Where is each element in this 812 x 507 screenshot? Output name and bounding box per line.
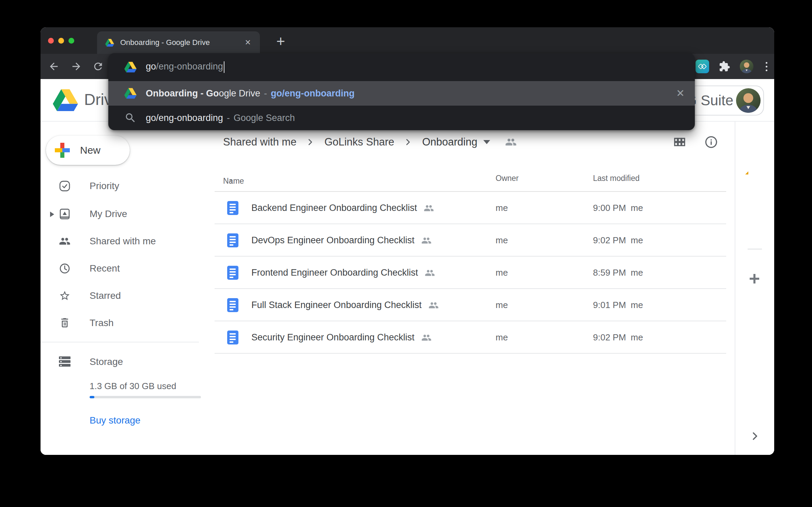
breadcrumb-shared-with-me[interactable]: Shared with me — [223, 136, 296, 148]
tab-title: Onboarding - Google Drive — [120, 38, 243, 47]
folder-menu-caret-icon[interactable] — [483, 140, 490, 144]
remove-suggestion-icon[interactable]: ✕ — [672, 81, 689, 106]
drive-favicon — [124, 61, 137, 73]
file-name: DevOps Engineer Onboarding Checklist — [251, 235, 415, 246]
tab-bar: Onboarding - Google Drive ✕ + — [41, 27, 774, 54]
file-modified: 9:02 PMme — [593, 224, 643, 257]
new-plus-icon — [55, 143, 70, 158]
sidebar-label: Recent — [90, 255, 120, 282]
minimize-window-button[interactable] — [58, 38, 64, 44]
file-modified: 9:01 PMme — [593, 289, 643, 321]
traffic-lights — [48, 38, 74, 44]
rail-divider — [748, 249, 762, 249]
browser-window: Onboarding - Google Drive ✕ + — [41, 27, 774, 455]
omnibox[interactable]: go/eng-onboarding — [108, 53, 695, 81]
drive-favicon — [105, 39, 114, 47]
sidebar-item-shared-with-me[interactable]: Shared with me — [41, 228, 211, 255]
account-avatar[interactable] — [736, 88, 761, 113]
expand-arrow-icon[interactable] — [50, 212, 54, 217]
suggestion-drive-row[interactable]: Onboarding - Google Drive-go/eng-onboard… — [108, 81, 695, 106]
shared-people-icon — [424, 203, 434, 213]
extensions-puzzle-icon[interactable] — [719, 61, 730, 72]
breadcrumb-golinks-share[interactable]: GoLinks Share — [324, 136, 394, 148]
storage-usage-text: 1.3 GB of 30 GB used — [90, 381, 176, 391]
sidebar-divider — [41, 342, 199, 342]
google-doc-icon — [227, 201, 238, 215]
file-name: Security Engineer Onboarding Checklist — [251, 332, 415, 343]
file-owner: me — [496, 257, 508, 289]
new-tab-button[interactable]: + — [271, 31, 291, 51]
chevron-right-icon — [403, 137, 413, 147]
sidebar-label: Storage — [90, 348, 123, 375]
file-row[interactable]: Frontend Engineer Onboarding Checklist m… — [215, 257, 726, 289]
forward-icon[interactable] — [71, 61, 82, 72]
back-icon[interactable] — [48, 61, 60, 72]
sort-ascending-icon[interactable]: ↑ — [229, 176, 233, 186]
omnibox-input[interactable]: go/eng-onboarding — [146, 61, 224, 73]
file-owner: me — [496, 289, 508, 321]
browser-menu-icon[interactable] — [763, 62, 770, 71]
file-modified: 9:02 PMme — [593, 321, 643, 354]
folder-shared-icon — [505, 136, 517, 148]
clock-icon — [59, 263, 71, 274]
file-row[interactable]: Backend Engineer Onboarding Checklist me… — [215, 192, 726, 224]
file-name: Backend Engineer Onboarding Checklist — [251, 203, 417, 213]
reload-icon[interactable] — [92, 61, 104, 72]
column-owner[interactable]: Owner — [496, 174, 519, 183]
file-name: Frontend Engineer Onboarding Checklist — [251, 267, 418, 278]
file-row[interactable]: Full Stack Engineer Onboarding Checklist… — [215, 289, 726, 321]
lightbulb-icon — [752, 177, 757, 182]
file-row[interactable]: Security Engineer Onboarding Checklist m… — [215, 321, 726, 354]
suggestion-search-row[interactable]: go/eng-onboarding-Google Search — [108, 106, 695, 130]
shared-people-icon — [428, 300, 439, 310]
chevron-right-icon — [305, 137, 315, 147]
zoom-window-button[interactable] — [68, 38, 74, 44]
trash-icon — [59, 317, 71, 329]
column-last-modified[interactable]: Last modified — [593, 174, 640, 183]
sidebar-item-priority[interactable]: Priority — [41, 172, 211, 200]
file-row[interactable]: DevOps Engineer Onboarding Checklist me … — [215, 224, 726, 257]
side-panel-divider — [735, 122, 735, 455]
shared-people-icon — [421, 235, 432, 246]
browser-profile-avatar[interactable] — [740, 60, 753, 73]
file-owner: me — [496, 321, 508, 354]
file-owner: me — [496, 224, 508, 257]
file-name: Full Stack Engineer Onboarding Checklist — [251, 300, 422, 310]
priority-icon — [59, 180, 71, 192]
storage-progress-fill — [90, 396, 94, 398]
sidebar-item-starred[interactable]: Starred — [41, 282, 211, 309]
sidebar-item-my-drive[interactable]: My Drive — [41, 200, 211, 228]
search-icon — [124, 112, 137, 124]
golinks-extension-icon[interactable] — [696, 60, 709, 73]
close-window-button[interactable] — [48, 38, 54, 44]
omnibox-dropdown: go/eng-onboarding Onboarding - Google Dr… — [108, 53, 695, 130]
buy-storage-link[interactable]: Buy storage — [90, 415, 140, 426]
google-doc-icon — [227, 331, 238, 344]
sidebar-item-trash[interactable]: Trash — [41, 309, 211, 337]
google-doc-icon — [227, 298, 238, 312]
new-button[interactable]: New — [46, 136, 130, 165]
breadcrumb-onboarding[interactable]: Onboarding — [422, 136, 477, 148]
star-icon — [59, 290, 71, 302]
browser-tab[interactable]: Onboarding - Google Drive ✕ — [97, 31, 260, 54]
file-modified: 9:00 PMme — [593, 192, 643, 224]
sidebar-item-recent[interactable]: Recent — [41, 255, 211, 282]
toolbar-right-cluster — [696, 54, 770, 79]
tab-close-icon[interactable]: ✕ — [243, 37, 253, 48]
grid-view-icon[interactable] — [673, 135, 686, 149]
drive-page: Drive G Suite New — [41, 79, 774, 455]
sidebar-label: Priority — [90, 172, 119, 200]
sidebar-label: Starred — [90, 282, 121, 309]
sidebar-item-storage[interactable]: Storage — [41, 348, 211, 375]
my-drive-icon — [59, 208, 71, 220]
info-icon[interactable] — [704, 135, 718, 149]
file-list-header: Name ↑ Owner Last modified — [215, 171, 726, 192]
shared-people-icon — [421, 333, 432, 343]
drive-logo — [53, 89, 78, 111]
hide-side-panel-icon[interactable] — [749, 431, 760, 442]
file-modified: 8:59 PMme — [593, 257, 643, 289]
people-icon — [59, 235, 71, 247]
add-addon-icon[interactable] — [748, 273, 761, 285]
file-owner: me — [496, 192, 508, 224]
new-button-label: New — [80, 144, 100, 156]
